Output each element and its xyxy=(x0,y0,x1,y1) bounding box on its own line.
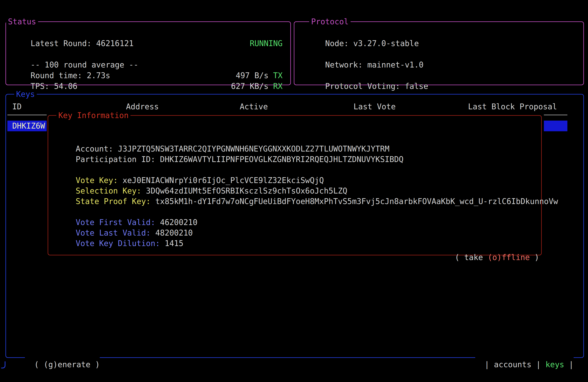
take-offline-button[interactable]: ( take (o)ffline ) xyxy=(436,246,539,254)
network-label: Network: xyxy=(325,60,367,69)
tps-line: TPS: 54.06 xyxy=(12,70,77,81)
selection-key-line: Selection Key: 3DQw64zdIUMt5EfOSRBIKsczl… xyxy=(57,175,347,186)
protocol-panel-title: Protocol xyxy=(309,17,351,26)
column-header-last-block-proposal: Last Block Proposal xyxy=(468,101,557,112)
state-proof-key-line: State Proof Key: tx85kM1h-dY1Fd7w7oNCgFU… xyxy=(57,185,558,196)
header-separator-right xyxy=(544,115,567,115)
tab-keys[interactable]: keys xyxy=(546,360,564,369)
latest-round-label: Latest Round: xyxy=(31,39,96,48)
participation-id-value: DHKIZ6WAVTYLIIPNFPEOVGLKZGNBYRI2RQEQJHLT… xyxy=(160,155,403,164)
rx-rate-line: 627 KB/s RX xyxy=(212,70,283,81)
view-tab-bar: | accounts | keys | xyxy=(475,353,574,361)
protocol-voting-value: false xyxy=(405,82,428,91)
table-row-selected[interactable]: DHKIZ6W xyxy=(7,121,47,131)
node-state-line: RUNNING xyxy=(231,27,283,38)
latest-round-line: Latest Round: 46216121 xyxy=(12,27,134,38)
column-header-id: ID xyxy=(12,101,21,112)
tps-label: TPS: xyxy=(31,82,54,91)
node-version-value: v3.27.0-stable xyxy=(353,39,419,48)
column-header-last-vote: Last Vote xyxy=(354,101,396,112)
node-version-label: Node: xyxy=(325,39,353,48)
tab-accounts[interactable]: accounts xyxy=(494,360,531,369)
column-header-active: Active xyxy=(240,101,268,112)
vote-first-valid-line: Vote First Valid: 46200210 xyxy=(57,206,197,217)
latest-round-value: 46216121 xyxy=(96,39,134,48)
vote-key-line: Vote Key: xeJ0ENIACWNrpYi0r6IjOc_PlcVCE9… xyxy=(57,164,324,175)
status-panel: Status Latest Round: 46216121 RUNNING --… xyxy=(5,21,291,85)
state-proof-key-value: tx85kM1h-dY1Fd7w7oNCgFUeUiBdFYoeH8MxPhTv… xyxy=(155,197,558,206)
tab-bar-separator: | xyxy=(531,360,546,369)
key-information-title: Key Information xyxy=(56,111,130,120)
vote-key-dilution-line: Vote Key Dilution: 1415 xyxy=(57,227,183,238)
protocol-voting-line: Protocol Voting: false xyxy=(306,70,428,81)
state-proof-key-label: State Proof Key: xyxy=(76,197,155,206)
round-average-header: -- 100 round average -- xyxy=(12,49,138,60)
tab-bar-separator: | xyxy=(484,360,494,369)
stray-border-fragment xyxy=(1,361,5,368)
tab-bar-separator: | xyxy=(564,360,574,369)
participation-id-line: Participation ID: DHKIZ6WAVTYLIIPNFPEOVG… xyxy=(57,143,403,154)
rx-rate-value: 627 KB/s xyxy=(231,82,273,91)
node-version-line: Node: v3.27.0-stable xyxy=(306,27,419,38)
node-state-badge: RUNNING xyxy=(250,39,283,48)
vote-key-dilution-value: 1415 xyxy=(165,239,183,248)
round-time-line: Round time: 2.73s xyxy=(12,60,110,70)
tps-value: 54.06 xyxy=(54,82,77,91)
status-panel-title: Status xyxy=(6,17,38,26)
round-time-value: 2.73s xyxy=(87,71,110,80)
column-header-address: Address xyxy=(126,101,159,112)
table-row-selected-right-segment[interactable] xyxy=(544,121,567,131)
protocol-voting-label: Protocol Voting: xyxy=(325,82,405,91)
tx-rate-line: 497 B/s TX xyxy=(217,60,283,70)
vote-key-dilution-label: Vote Key Dilution: xyxy=(76,239,165,248)
keys-panel-title: Keys xyxy=(14,90,37,98)
table-row-id[interactable]: DHKIZ6W xyxy=(12,121,45,131)
vote-last-valid-line: Vote Last Valid: 48200210 xyxy=(57,217,193,228)
rx-rate-unit: RX xyxy=(273,82,283,91)
header-separator-left xyxy=(7,115,47,115)
network-value: mainnet-v1.0 xyxy=(367,60,423,69)
account-line: Account: J3JPZTQ5NSW3TARRC2QIYPGNWNH6NEY… xyxy=(57,133,389,144)
generate-button[interactable]: ( (g)enerate ) xyxy=(25,353,100,361)
offline-hotkey: (o)ffline xyxy=(488,253,530,262)
network-line: Network: mainnet-v1.0 xyxy=(306,49,423,60)
participation-id-label: Participation ID: xyxy=(76,155,160,164)
key-information-modal: Key Information Account: J3JPZTQ5NSW3TAR… xyxy=(48,115,542,255)
protocol-panel: Protocol Node: v3.27.0-stable Network: m… xyxy=(294,21,584,85)
